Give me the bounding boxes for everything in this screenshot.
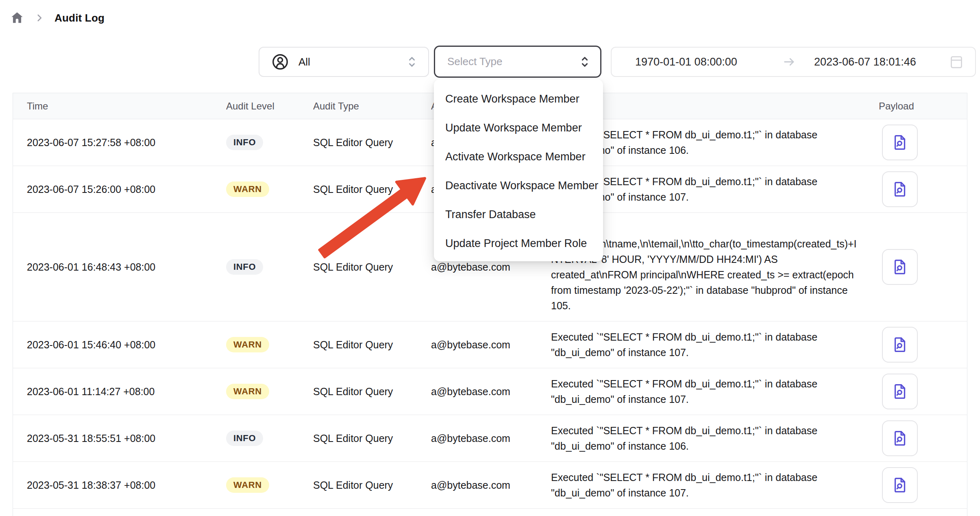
audit-level-cell: WARN <box>226 477 313 493</box>
audit-type-cell: SQL Editor Query <box>313 479 431 491</box>
audit-level-cell: WARN <box>226 384 313 399</box>
page-title: Audit Log <box>54 12 105 24</box>
actor-cell: a@bytebase.com <box>431 433 551 444</box>
payload-cell <box>870 171 968 207</box>
audit-level-cell: WARN <box>226 337 313 352</box>
breadcrumb: Audit Log <box>10 11 105 25</box>
payload-cell <box>870 467 968 503</box>
audit-log-page: Audit Log All Select Type 1970-01-01 08:… <box>0 0 980 516</box>
actor-cell: a@bytebase.com <box>431 261 551 273</box>
column-header-audit-type: Audit Type <box>313 101 431 112</box>
comment-cell: Executed `"SELECT * FROM db_ui_demo.t1;"… <box>551 415 870 461</box>
table-row: 2023-06-01 15:46:40 +08:00 WARN SQL Edit… <box>13 321 967 368</box>
calendar-icon <box>948 54 965 70</box>
comment-cell: Executed `"SELECT * FROM db_ui_demo.t1;"… <box>551 321 870 368</box>
audit-level-cell: INFO <box>226 431 313 446</box>
audit-type-cell: SQL Editor Query <box>313 137 431 149</box>
column-header-audit-level: Audit Level <box>226 101 313 112</box>
audit-level-badge: WARN <box>226 477 269 493</box>
view-payload-button[interactable] <box>882 171 918 207</box>
table-row: 2023-06-01 11:14:27 +08:00 WARN SQL Edit… <box>13 368 967 415</box>
column-header-time: Time <box>13 101 226 112</box>
comment-cell: Executed `"SELECT * FROM db_ui_demo.t1;"… <box>551 462 870 508</box>
dropdown-item[interactable]: Update Project Member Role <box>434 229 603 258</box>
audit-level-badge: INFO <box>226 259 263 275</box>
audit-type-cell: SQL Editor Query <box>313 339 431 351</box>
payload-cell <box>870 327 968 363</box>
dropdown-item[interactable]: Update Workspace Member <box>434 114 603 142</box>
view-payload-button[interactable] <box>882 420 918 456</box>
time-cell: 2023-06-07 15:26:00 +08:00 <box>13 184 226 195</box>
column-header-payload: Payload <box>870 101 968 112</box>
audit-level-badge: WARN <box>226 181 269 197</box>
audit-level-cell: WARN <box>226 181 313 197</box>
time-cell: 2023-06-01 16:48:43 +08:00 <box>13 261 226 273</box>
payload-cell <box>870 420 968 456</box>
actor-filter-value: All <box>298 56 406 68</box>
home-icon[interactable] <box>10 11 24 25</box>
view-payload-button[interactable] <box>882 374 918 409</box>
view-payload-button[interactable] <box>882 467 918 503</box>
time-cell: 2023-05-31 18:38:37 +08:00 <box>13 479 226 491</box>
file-search-icon <box>891 335 909 354</box>
audit-level-badge: WARN <box>226 384 269 399</box>
audit-type-cell: SQL Editor Query <box>313 386 431 398</box>
date-range-start[interactable]: 1970-01-01 08:00:00 <box>635 56 737 68</box>
time-cell: 2023-06-07 15:27:58 +08:00 <box>13 137 226 149</box>
payload-cell <box>870 374 968 409</box>
time-cell: 2023-06-01 15:46:40 +08:00 <box>13 339 226 351</box>
table-row: 2023-05-31 18:38:37 +08:00 WARN SQL Edit… <box>13 462 967 509</box>
audit-level-cell: INFO <box>226 135 313 150</box>
actor-cell: a@bytebase.com <box>431 386 551 398</box>
file-search-icon <box>891 382 909 401</box>
chevrons-up-down-icon <box>406 55 418 69</box>
audit-level-badge: INFO <box>226 431 263 446</box>
date-range-end[interactable]: 2023-06-07 18:01:46 <box>814 56 916 68</box>
audit-type-cell: SQL Editor Query <box>313 261 431 273</box>
view-payload-button[interactable] <box>882 249 918 285</box>
audit-level-cell: INFO <box>226 259 313 275</box>
file-search-icon <box>891 476 909 494</box>
view-payload-button[interactable] <box>882 125 918 160</box>
comment-cell: Executed `"SELECT * FROM db_ui_demo.t1;"… <box>551 368 870 415</box>
dropdown-item[interactable]: Create Workspace Member <box>434 85 603 114</box>
type-filter-dropdown: Create Workspace Member Update Workspace… <box>434 79 603 261</box>
audit-level-badge: INFO <box>226 135 263 150</box>
payload-cell <box>870 125 968 160</box>
audit-type-cell: SQL Editor Query <box>313 433 431 444</box>
person-circle-icon <box>271 52 290 71</box>
type-filter-select[interactable]: Select Type <box>434 46 601 78</box>
audit-type-cell: SQL Editor Query <box>313 184 431 195</box>
chevrons-up-down-icon <box>579 55 590 69</box>
arrow-right-icon <box>782 55 796 69</box>
dropdown-item[interactable]: Deactivate Workspace Member <box>434 171 603 200</box>
actor-cell: a@bytebase.com <box>431 339 551 351</box>
actor-filter-select[interactable]: All <box>259 47 429 77</box>
chevron-right-icon <box>34 13 45 23</box>
actor-cell: a@bytebase.com <box>431 479 551 491</box>
time-cell: 2023-05-31 18:55:51 +08:00 <box>13 433 226 444</box>
file-search-icon <box>891 429 909 448</box>
payload-cell <box>870 249 968 285</box>
dropdown-item[interactable]: Activate Workspace Member <box>434 142 603 171</box>
time-cell: 2023-06-01 11:14:27 +08:00 <box>13 386 226 398</box>
table-row: 2023-05-31 18:55:51 +08:00 INFO SQL Edit… <box>13 415 967 462</box>
type-filter-placeholder: Select Type <box>447 55 579 68</box>
file-search-icon <box>891 180 909 199</box>
file-search-icon <box>891 258 909 276</box>
view-payload-button[interactable] <box>882 327 918 363</box>
date-range-picker[interactable]: 1970-01-01 08:00:00 2023-06-07 18:01:46 <box>611 47 976 77</box>
file-search-icon <box>891 133 909 152</box>
dropdown-item[interactable]: Transfer Database <box>434 200 603 229</box>
audit-level-badge: WARN <box>226 337 269 352</box>
